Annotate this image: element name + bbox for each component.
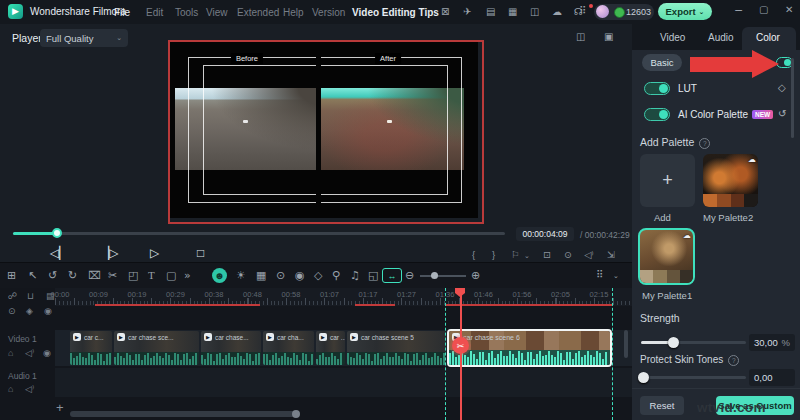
gift-icon[interactable]: ⊠	[441, 7, 449, 17]
record-icon[interactable]: ⊙	[276, 270, 285, 281]
clip[interactable]: ▶car ...	[316, 331, 345, 365]
lock-track-icon[interactable]: ⌂	[8, 348, 13, 358]
keyframe-icon[interactable]: ◈	[26, 306, 33, 316]
help-icon[interactable]: ?	[728, 355, 739, 366]
audio-track-lane[interactable]	[55, 368, 632, 397]
split-icon[interactable]: ✂	[108, 270, 117, 281]
more-tools-icon[interactable]: »	[184, 270, 191, 281]
audio-mixer-icon[interactable]: ♫	[350, 270, 360, 281]
ai-portrait-icon[interactable]: ☻	[212, 268, 227, 283]
marker-chevron-icon[interactable]: ⌄	[524, 252, 530, 260]
zoom-out-icon[interactable]: ⊖	[405, 270, 414, 281]
export-button[interactable]: Export⌄	[658, 3, 712, 20]
seek-bar[interactable]	[13, 232, 505, 235]
clip[interactable]: ▶car chase...	[201, 331, 261, 365]
lock-audio-icon[interactable]: ⌂	[8, 384, 13, 394]
preview-eye-icon[interactable]: ◉	[44, 306, 52, 316]
mask-icon[interactable]: ◇	[314, 270, 322, 281]
strength-handle[interactable]	[668, 337, 679, 348]
player-tab[interactable]: Player	[12, 32, 42, 44]
help-icon[interactable]: ?	[699, 138, 710, 149]
palette2-tile[interactable]: ☁	[703, 154, 758, 207]
layout-grid-icon[interactable]: ◫	[576, 32, 585, 42]
selected-clip[interactable]: ▶car chase scene 6	[447, 329, 612, 367]
zoom-in-icon[interactable]: ⊕	[471, 270, 480, 281]
mic-icon[interactable]: ⚲	[332, 270, 340, 281]
protect-value-box[interactable]: 0,00	[749, 369, 795, 386]
scrollbar-handle[interactable]	[292, 410, 300, 418]
stop-button[interactable]: □	[197, 246, 204, 260]
mute-track-icon[interactable]: ◁⁾	[25, 348, 34, 358]
menu-file[interactable]: File	[114, 7, 130, 18]
timeline-zoom-handle[interactable]	[431, 272, 438, 279]
subtab-basic[interactable]: Basic	[642, 54, 682, 71]
quality-dropdown[interactable]: Full Quality⌄	[40, 29, 128, 47]
menu-view[interactable]: View	[206, 7, 228, 18]
menu-version[interactable]: Version	[312, 7, 345, 18]
video-editing-tips-link[interactable]: Video Editing Tips	[352, 7, 439, 18]
hide-track-icon[interactable]: ◉	[43, 348, 51, 358]
ripple-edit-icon[interactable]: ▤	[46, 291, 55, 301]
menu-edit[interactable]: Edit	[146, 7, 163, 18]
media-view-icon[interactable]: ▣	[604, 32, 613, 42]
add-track-button[interactable]: +	[56, 400, 64, 415]
split-scissors-badge[interactable]: ✂	[452, 337, 469, 354]
redo-icon[interactable]: ↻	[68, 270, 77, 281]
panel-scrollbar[interactable]	[791, 58, 794, 138]
restore-button[interactable]: ▢	[759, 5, 768, 15]
text-tool-icon[interactable]: T	[148, 270, 155, 281]
minimize-button[interactable]: −	[734, 5, 743, 16]
save-icon[interactable]: ◫	[530, 7, 539, 17]
link-clips-icon[interactable]: ☍	[8, 291, 17, 301]
tab-color[interactable]: Color	[756, 32, 780, 43]
speed-icon[interactable]: ◉	[295, 270, 305, 281]
palette1-tile-selected[interactable]: ☁	[638, 228, 695, 285]
camera-icon[interactable]: ⊙	[8, 306, 16, 316]
volume-icon[interactable]: ◁⁾	[584, 249, 594, 260]
horizontal-scrollbar[interactable]	[70, 411, 298, 417]
reset-palette-icon[interactable]: ↺	[778, 108, 786, 119]
seek-handle[interactable]	[52, 228, 62, 238]
timeline-zoom-slider[interactable]	[420, 275, 466, 277]
media-icon[interactable]: ⊞	[7, 270, 16, 281]
display-icon[interactable]: ⊡	[543, 249, 551, 260]
clip[interactable]: ▶car c...	[70, 331, 112, 365]
protect-slider[interactable]	[641, 376, 746, 379]
menu-tools[interactable]: Tools	[175, 7, 198, 18]
protect-handle[interactable]	[638, 372, 649, 383]
clip[interactable]: ▶car chase scene 5	[347, 331, 446, 365]
track-manager-chevron-icon[interactable]: ⌄	[613, 273, 619, 280]
strength-value-box[interactable]: 30,00%	[749, 334, 795, 351]
menu-extended[interactable]: Extended	[237, 7, 279, 18]
marker-icon[interactable]: ⚐	[511, 249, 520, 260]
clip[interactable]: ▶car cha...	[263, 331, 314, 365]
delete-icon[interactable]: ⌧	[88, 270, 101, 281]
magnet-snap-icon[interactable]: ⊔	[27, 291, 34, 301]
timeline-vertical-scrollbar[interactable]	[624, 330, 628, 358]
playhead-line[interactable]	[460, 288, 462, 420]
select-cursor-icon[interactable]: ↖	[28, 270, 37, 281]
apps-grid-icon[interactable]: ⠿	[579, 6, 586, 16]
auto-ripple-icon[interactable]: ↔	[382, 268, 402, 283]
tab-video[interactable]: Video	[660, 32, 685, 43]
fullscreen-icon[interactable]: ⇲	[607, 249, 615, 260]
add-palette-tile[interactable]: +	[640, 154, 695, 207]
track-manager-icon[interactable]: ⠿	[596, 270, 603, 280]
undo-icon[interactable]: ↺	[48, 270, 57, 281]
reset-button[interactable]: Reset	[640, 396, 684, 415]
avatar[interactable]	[596, 5, 609, 18]
cloud-upload-icon[interactable]: ☁	[552, 7, 562, 17]
mute-audio-icon[interactable]: ◁⁾	[25, 384, 34, 394]
snapshot-icon[interactable]: ⊙	[564, 249, 572, 260]
menu-help[interactable]: Help	[283, 7, 304, 18]
mark-in-icon[interactable]: {	[472, 249, 475, 260]
share-icon[interactable]: ✈	[463, 7, 471, 17]
pip-icon[interactable]: ◱	[368, 270, 378, 281]
color-adjust-icon[interactable]: ☀	[236, 270, 246, 281]
lut-toggle[interactable]	[644, 82, 670, 95]
ai-palette-toggle[interactable]	[644, 108, 670, 121]
lut-expand-icon[interactable]: ◇	[778, 82, 786, 93]
clip[interactable]: ▶car chase sce...	[114, 331, 199, 365]
template-icon[interactable]: ▢	[166, 270, 176, 281]
keyboard-icon[interactable]: ▦	[508, 7, 517, 17]
